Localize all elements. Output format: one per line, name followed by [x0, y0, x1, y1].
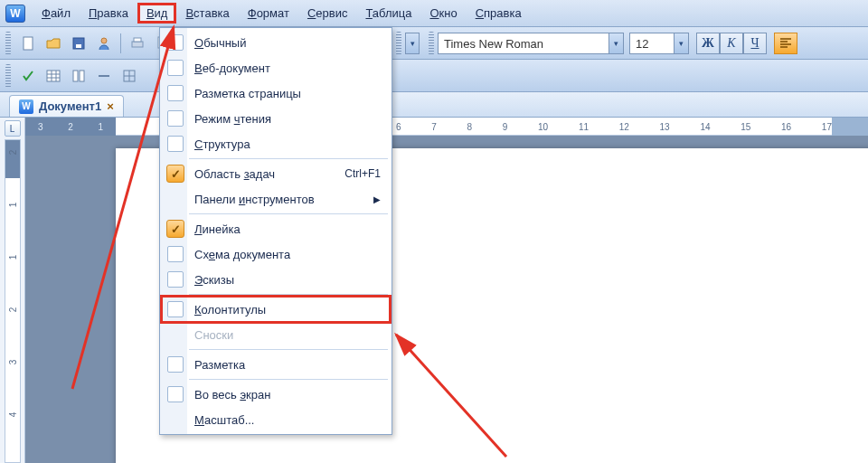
vertical-ruler[interactable]: 211234	[5, 139, 21, 463]
font-size-combo[interactable]: 12	[629, 33, 675, 54]
menu-справка[interactable]: Справка	[467, 3, 531, 24]
menu-item-icon: ✓	[162, 220, 189, 238]
menu-item-схема-документа[interactable]: Схема документа	[162, 241, 390, 267]
permissions-button[interactable]	[92, 32, 116, 55]
menu-item-label: Структура	[189, 137, 381, 151]
submenu-arrow-icon: ▶	[366, 194, 381, 204]
grid-icon	[122, 69, 137, 83]
menu-item-область-задач[interactable]: ✓Область задачCtrl+F1	[162, 161, 390, 186]
svg-rect-8	[47, 71, 60, 81]
menu-shortcut: Ctrl+F1	[344, 167, 381, 180]
open-button[interactable]	[42, 32, 65, 55]
style-dropdown[interactable]: ▾	[405, 33, 420, 54]
font-name-arrow[interactable]: ▾	[609, 33, 624, 54]
menu-item-разметка[interactable]: Разметка	[162, 352, 390, 377]
menu-item-label: Сноски	[189, 328, 381, 342]
menu-item-обычный[interactable]: Обычный	[162, 30, 390, 55]
ruler-tick: 2	[8, 303, 18, 317]
horizontal-ruler[interactable]: 321 67891011121314151617	[25, 118, 868, 136]
menu-item-icon	[162, 85, 189, 101]
menu-separator	[189, 213, 388, 214]
svg-rect-5	[134, 38, 141, 42]
menu-сервис[interactable]: Сервис	[298, 3, 357, 24]
menu-item-колонтитулы[interactable]: Колонтитулы	[162, 297, 390, 322]
tab-selector-button[interactable]: L	[5, 120, 21, 137]
bold-button[interactable]: Ж	[696, 33, 720, 54]
svg-point-3	[101, 38, 107, 43]
insert-table-button[interactable]	[42, 64, 65, 88]
menu-окно[interactable]: Окно	[420, 3, 466, 24]
menu-правка[interactable]: Правка	[80, 3, 137, 24]
columns-button[interactable]	[67, 64, 90, 88]
toolbar-handle[interactable]	[5, 64, 11, 88]
table-icon	[46, 69, 61, 83]
save-button[interactable]	[67, 32, 90, 55]
view-menu-dropdown: ОбычныйВеб-документРазметка страницыРежи…	[159, 27, 392, 435]
secondary-toolbar	[0, 60, 868, 92]
ruler-tick: 11	[579, 122, 589, 132]
ruler-tick: 12	[619, 122, 629, 132]
svg-rect-9	[73, 71, 78, 81]
ruler-tick: 1	[8, 250, 18, 265]
menu-файл[interactable]: Файл	[33, 3, 80, 24]
menu-item-icon	[162, 60, 189, 76]
menu-item-label: Схема документа	[189, 248, 381, 261]
menu-item-эскизы[interactable]: Эскизы	[162, 267, 390, 292]
menu-item-icon	[162, 110, 189, 127]
menu-таблица[interactable]: Таблица	[356, 3, 420, 24]
ruler-tick: 13	[660, 122, 670, 132]
menu-separator	[189, 294, 388, 295]
toolbar-button[interactable]	[92, 64, 116, 88]
menu-item-icon	[162, 271, 189, 288]
person-icon	[97, 36, 111, 51]
align-left-button[interactable]	[774, 33, 797, 54]
ruler-tick: 9	[503, 122, 508, 132]
toolbar-button[interactable]	[118, 64, 141, 88]
menu-item-масштаб-[interactable]: Масштаб...	[162, 407, 390, 432]
menu-item-icon	[162, 136, 189, 152]
accept-button[interactable]	[16, 64, 40, 88]
ruler-tick: 16	[781, 122, 791, 132]
menu-вставка[interactable]: Вставка	[176, 3, 238, 24]
font-size-arrow[interactable]: ▾	[675, 33, 689, 54]
menu-вид[interactable]: Вид	[137, 3, 177, 24]
print-button[interactable]	[126, 32, 149, 55]
printer-icon	[130, 36, 145, 51]
ruler-tick: 1	[99, 122, 104, 132]
menu-item-сноски: Сноски	[162, 322, 390, 347]
toolbar-handle[interactable]	[5, 32, 11, 55]
check-icon	[21, 69, 35, 83]
align-left-icon	[779, 38, 792, 49]
menu-item-режим-чтения[interactable]: Режим чтения	[162, 106, 390, 131]
menu-item-icon	[162, 356, 189, 373]
close-tab-button[interactable]: ×	[107, 99, 114, 113]
new-doc-button[interactable]	[16, 32, 40, 55]
menu-item-icon	[162, 246, 189, 262]
menu-формат[interactable]: Формат	[239, 3, 298, 24]
svg-rect-10	[80, 71, 84, 81]
font-name-combo[interactable]: Times New Roman	[438, 33, 609, 54]
columns-icon	[71, 69, 86, 83]
menu-item-во-весь-экран[interactable]: Во весь экран	[162, 382, 390, 407]
ruler-tick: 15	[741, 122, 750, 132]
menu-item-разметка-страницы[interactable]: Разметка страницы	[162, 80, 390, 106]
menu-item-веб-документ[interactable]: Веб-документ	[162, 55, 390, 80]
italic-button[interactable]: К	[720, 33, 743, 54]
toolbar-handle[interactable]	[429, 32, 434, 55]
document-tab[interactable]: W Документ1 ×	[9, 95, 124, 117]
menu-item-label: Режим чтения	[189, 112, 381, 126]
svg-rect-0	[24, 37, 33, 50]
menu-item-структура[interactable]: Структура	[162, 131, 390, 156]
menu-item-icon	[162, 34, 189, 51]
menu-item-линейка[interactable]: ✓Линейка	[162, 216, 390, 241]
page-icon	[21, 36, 35, 51]
underline-button[interactable]: Ч	[743, 33, 767, 54]
menu-item-label: Разметка	[189, 358, 381, 372]
ruler-tick: 1	[8, 198, 18, 213]
ruler-tick: 6	[396, 122, 401, 132]
menu-item-label: Масштаб...	[189, 413, 381, 427]
menu-item-label: Эскизы	[189, 273, 381, 287]
menu-item-label: Колонтитулы	[189, 303, 381, 317]
toolbar-handle[interactable]	[396, 32, 401, 55]
menu-item-панели-инструментов[interactable]: Панели инструментов▶	[162, 186, 390, 212]
